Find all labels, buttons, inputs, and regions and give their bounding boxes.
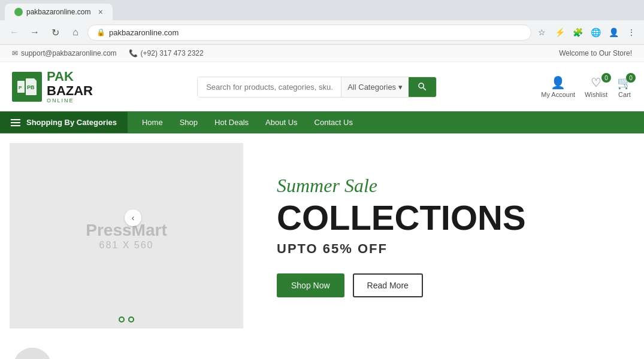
home-button[interactable]: ⌂ [67, 24, 84, 41]
logo-pak: PAK [47, 69, 93, 84]
carousel-dot-2[interactable] [128, 317, 134, 323]
tab-favicon [14, 8, 23, 16]
phone-contact: 📞 (+92) 317 473 2322 [129, 49, 204, 57]
logo-bazar: BAZAR [47, 84, 93, 98]
nav-about-us[interactable]: About Us [257, 111, 306, 133]
svg-text:PB: PB [27, 84, 35, 90]
cart-badge: 0 [626, 73, 636, 83]
account-label: My Account [541, 91, 575, 98]
hero-carousel-image: PressMart 681 X 560 [10, 143, 243, 328]
search-button[interactable] [409, 77, 436, 97]
back-button[interactable]: ← [6, 24, 23, 41]
shop-now-button[interactable]: Shop Now [277, 273, 344, 297]
hero-content: Summer Sale COLLECTIONS UPTO 65% OFF Sho… [253, 133, 644, 338]
cart-label: Cart [618, 91, 631, 98]
nav-contact-us[interactable]: Contact Us [306, 111, 361, 133]
search-icon [417, 81, 428, 92]
email-text: support@pakbazaronline.com [21, 49, 117, 57]
welcome-text: Welcome to Our Store! [559, 49, 632, 57]
logo-text: PAK BAZAR ONLINE [47, 69, 93, 104]
hamburger-icon [11, 119, 20, 126]
browser-chrome: pakbazaronline.com × ← → ↻ ⌂ 🔒 pakbazaro… [0, 0, 644, 45]
category-dropdown[interactable]: All Categories ▾ [341, 77, 409, 97]
hero-discount: UPTO 65% OFF [277, 241, 620, 257]
nav-shop[interactable]: Shop [171, 111, 206, 133]
search-input[interactable] [198, 77, 341, 97]
carousel-dots [119, 317, 134, 323]
site-header: P PB PAK BAZAR ONLINE All Categories ▾ [0, 62, 644, 111]
logo-icon: P PB [12, 72, 42, 102]
top-bar: ✉ support@pakbazaronline.com 📞 (+92) 317… [0, 45, 644, 62]
email-icon: ✉ [12, 49, 18, 57]
tab-title: pakbazaronline.com [26, 8, 90, 16]
cart-button[interactable]: 🛒 0 Cart [617, 75, 632, 98]
lock-icon: 🔒 [96, 28, 105, 36]
placeholder-image: PressMart 681 X 560 [86, 221, 167, 251]
toolbar-icons: ☆ ⚡ 🧩 🌐 👤 ⋮ [535, 26, 638, 39]
heart-icon: ♡ [591, 75, 601, 90]
carousel-prev-button[interactable]: ‹ [125, 209, 141, 226]
hero-section: ‹ PressMart 681 X 560 Summer Sale COLLEC… [0, 133, 644, 338]
forward-button[interactable]: → [26, 24, 43, 41]
search-bar[interactable]: All Categories ▾ [197, 77, 437, 98]
categories-section: Uncategoriz... [0, 338, 644, 359]
address-bar[interactable]: 🔒 pakbazaronline.com [87, 25, 531, 41]
website-content: ✉ support@pakbazaronline.com 📞 (+92) 317… [0, 45, 644, 359]
menu-icon[interactable]: ⋮ [625, 26, 638, 39]
active-tab[interactable]: pakbazaronline.com × [5, 4, 113, 20]
categories-label: Shopping By Categories [26, 118, 117, 127]
tab-close-button[interactable]: × [98, 7, 103, 17]
extension1-icon[interactable]: ⚡ [553, 26, 566, 39]
category-uncategorized[interactable]: Uncategoriz... [12, 348, 53, 359]
browser-tabs: pakbazaronline.com × [0, 0, 644, 20]
svg-text:P: P [19, 85, 22, 90]
wishlist-label: Wishlist [585, 91, 607, 98]
my-account-button[interactable]: 👤 My Account [541, 75, 575, 98]
site-logo[interactable]: P PB PAK BAZAR ONLINE [12, 69, 93, 104]
logo-svg: P PB [16, 76, 38, 98]
phone-icon: 📞 [129, 49, 138, 57]
email-contact: ✉ support@pakbazaronline.com [12, 49, 117, 57]
nav-home[interactable]: Home [134, 111, 171, 133]
account-icon: 👤 [551, 75, 566, 90]
placeholder-size: 681 X 560 [86, 240, 167, 251]
browser-toolbar: ← → ↻ ⌂ 🔒 pakbazaronline.com ☆ ⚡ 🧩 🌐 👤 ⋮ [0, 20, 644, 44]
extension3-icon[interactable]: 🌐 [589, 26, 602, 39]
navbar: Shopping By Categories Home Shop Hot Dea… [0, 111, 644, 133]
logo-online: ONLINE [47, 98, 93, 104]
category-image [13, 348, 52, 359]
read-more-button[interactable]: Read More [353, 273, 423, 297]
carousel-dot-1[interactable] [119, 317, 125, 323]
nav-links: Home Shop Hot Deals About Us Contact Us [128, 111, 367, 133]
profile-icon[interactable]: 👤 [607, 26, 620, 39]
address-text: pakbazaronline.com [109, 28, 179, 37]
hero-buttons: Shop Now Read More [277, 273, 620, 297]
top-bar-left: ✉ support@pakbazaronline.com 📞 (+92) 317… [12, 49, 204, 57]
wishlist-badge: 0 [601, 73, 611, 83]
reload-button[interactable]: ↻ [47, 24, 64, 41]
categories-menu-button[interactable]: Shopping By Categories [0, 112, 128, 133]
hero-title: COLLECTIONS [277, 200, 620, 235]
star-icon[interactable]: ☆ [535, 26, 548, 39]
nav-hot-deals[interactable]: Hot Deals [206, 111, 257, 133]
dropdown-arrow-icon: ▾ [398, 83, 403, 92]
phone-text: (+92) 317 473 2322 [141, 49, 204, 57]
wishlist-button[interactable]: ♡ 0 Wishlist [585, 75, 607, 98]
extension2-icon[interactable]: 🧩 [571, 26, 584, 39]
hero-subtitle: Summer Sale [277, 175, 620, 197]
header-actions: 👤 My Account ♡ 0 Wishlist 🛒 0 Cart [541, 75, 632, 98]
category-label: All Categories [347, 83, 396, 92]
